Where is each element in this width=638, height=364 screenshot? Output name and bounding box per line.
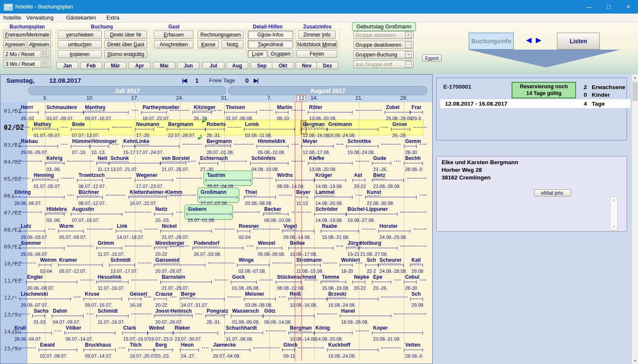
scroll-down-icon[interactable]: ▼ — [632, 357, 638, 364]
booking[interactable]: Büchel-Lippuner19.08.-27.08. — [346, 205, 397, 220]
freiraum-merkmale-button[interactable]: Freiraum/Merkmale — [3, 31, 51, 39]
booking[interactable]: Schmaudere03.07.-09.07. — [45, 103, 84, 118]
booking[interactable]: Becker06.08.-10.08. — [263, 205, 292, 220]
booking[interactable]: Beyer11-13 — [295, 188, 310, 203]
abreisen-button[interactable]: Abreisen — [27, 40, 51, 48]
booking[interactable]: Neit11-13 — [96, 154, 109, 169]
booking[interactable]: Geisert16-18 — [129, 290, 147, 305]
gruppe-aktivieren-button[interactable]: Gruppe aktivieren× — [353, 31, 414, 39]
month-button-okt[interactable]: Okt — [272, 62, 294, 69]
booking[interactable]: Großmann27.07.-02.08. — [197, 188, 240, 203]
listen-tab[interactable]: Listen — [557, 33, 600, 50]
month-button-jun[interactable]: Jun — [177, 62, 199, 69]
booking[interactable]: Himmeldirk05.08.-10.08. — [257, 137, 289, 152]
booking[interactable]: Henning01.07.-05.07. — [32, 171, 61, 186]
booking[interactable]: Roberts28.-31. — [205, 120, 226, 135]
lupe-button[interactable]: Lupe — [248, 50, 267, 58]
booking[interactable]: Minniberger20-22 — [154, 239, 185, 254]
erfassen-button[interactable]: Erfassen — [154, 31, 193, 39]
booking[interactable]: Sommer29.06.-06.07. — [20, 239, 64, 254]
gaeste-infos-button[interactable]: Gäste-Infos — [248, 31, 293, 39]
booking[interactable]: Bergmann22.07.-28.07. — [167, 120, 205, 135]
booking[interactable]: Podendorf26.07.-03.08. — [193, 239, 244, 254]
booking[interactable]: Bietz23.08.-28.08. — [372, 171, 404, 186]
next-free-day-icon[interactable]: ▶| — [254, 77, 258, 84]
booking[interactable]: Herrr29.-02 — [20, 103, 39, 118]
month-button-jul[interactable]: Jul — [202, 62, 224, 69]
month-button-dez[interactable]: Dez — [316, 62, 339, 69]
booking[interactable]: Brzeski16.08.-24.08. — [327, 290, 378, 305]
zimmer-info-button[interactable]: Zimmer Info — [298, 31, 336, 39]
booking[interactable]: Koper23.08.-31.08. — [372, 324, 423, 339]
booking[interactable]: Bergmann28.07.-01.08. — [205, 137, 234, 152]
booking[interactable]: Trowitzsch08.07.-12.07. — [77, 171, 106, 186]
rechnungswesen-button[interactable]: Rechnungswesen — [198, 31, 243, 39]
booking[interactable]: Schmidt13.07.-17.07. — [109, 256, 138, 271]
direkt-ueber-nr-button[interactable]: Direkt über Nr — [104, 31, 147, 39]
booking[interactable]: Vetten28.08.-0 — [404, 341, 423, 356]
booking[interactable]: Wobst19.07.-23.0 — [148, 324, 173, 339]
booking[interactable]: Nickel21.07.-29.07. — [160, 222, 212, 237]
notizblock-monat-button[interactable]: Notizblock Monat — [297, 40, 337, 48]
booking[interactable]: Meyer12.08.-17.08. — [301, 137, 333, 152]
booking[interactable]: Neumann17.-20. — [135, 120, 160, 135]
booking[interactable]: Sch29.08 — [410, 290, 423, 305]
scrollbar-thumb[interactable] — [632, 82, 638, 101]
direkt-ueber-gast-button[interactable]: Direkt über Gast — [104, 40, 147, 48]
booking[interactable]: Kramer05.07.-12.07. — [58, 256, 103, 271]
booking[interactable]: Frar29-3 — [410, 103, 423, 118]
booking[interactable]: Glock09-11 — [282, 341, 297, 356]
booking[interactable]: Theisen31.07.-05.08. — [224, 103, 257, 118]
month-button-aug[interactable]: Aug — [226, 62, 248, 69]
tageslineal-button[interactable]: Tageslineal — [248, 40, 293, 48]
booking[interactable]: Kehrig03.-06. — [45, 154, 64, 169]
booking[interactable]: Wenzel05.08.-09.08. — [257, 239, 285, 254]
month-button-mär[interactable]: Mär — [104, 62, 126, 69]
booking[interactable]: Gansweid20.07.-28.07. — [154, 256, 205, 271]
booking[interactable]: Schmidt11.07.-16.07. — [96, 307, 129, 322]
booking[interactable]: Partheymueller18.07.-22.07. — [141, 103, 179, 118]
booking[interactable]: Linke17.07.-24.07. — [135, 137, 180, 152]
booking[interactable]: Schönfels04.08.-10.08. — [250, 154, 289, 169]
booking[interactable]: Kehn15-17 — [122, 137, 136, 152]
month-button-nov[interactable]: Nov — [296, 62, 318, 69]
2mo-reset-button[interactable]: 2 Mo / ResetF2 — [3, 50, 51, 58]
booking[interactable]: Ast20-22 — [353, 171, 366, 186]
booking[interactable]: Bechh28.08.-0 — [404, 154, 423, 169]
booking[interactable]: Bergman12.08.-16.08 — [301, 120, 329, 135]
booking[interactable]: Kruse09.07.-15.07. — [84, 290, 122, 305]
booking[interactable]: Hollburg21.08.-27.08. — [359, 239, 397, 254]
booking[interactable]: Wirths08.08.-14.08. — [276, 171, 314, 186]
booking[interactable]: Epe23.-26. — [372, 273, 391, 288]
booking[interactable]: Barnstein21.07.-29.07. — [160, 273, 212, 288]
booking[interactable]: Jaenecke29.07.-04.08. — [212, 341, 250, 356]
booking[interactable]: Gock01.08.-05.08. — [231, 273, 260, 288]
booking[interactable]: Klettenheimer-Klemm16.07.-22.07. — [129, 188, 182, 203]
address-scrollbar[interactable]: ∧ ∨ — [610, 196, 618, 230]
booking[interactable]: Nepke20-22 — [353, 273, 369, 288]
booking[interactable]: Lischewski29.06.-07.07. — [20, 290, 71, 305]
booking[interactable]: Götz06.08.-14.08. — [263, 307, 314, 322]
booking[interactable]: Döring28.06.-06.07. — [13, 188, 64, 203]
booking[interactable]: von Borstel21.07.-25.07. — [160, 154, 190, 169]
booking[interactable]: Sch22-2 — [365, 256, 378, 271]
booking[interactable]: Ritter13.08.-20.08. — [308, 103, 353, 118]
scroll-down-icon[interactable]: ∨ — [610, 224, 617, 229]
booking[interactable]: Hesselink11.07.-16.07. — [96, 273, 129, 288]
buchungsinfo-tab[interactable]: Buchungsinfo — [469, 33, 514, 50]
booking[interactable]: Neitz20.-23. — [154, 205, 173, 220]
booking[interactable]: Wohlert18-20 — [340, 256, 360, 271]
booking[interactable]: Meisner03.08.-08.08. — [244, 290, 276, 305]
month-button-apr[interactable]: Apr — [129, 62, 151, 69]
booking[interactable]: Kuckhoff16.08.-24.08. — [327, 341, 378, 356]
booking[interactable]: Kunst22.08.-30.08. — [365, 188, 417, 203]
menu-verwaltung[interactable]: Verwaltung — [26, 14, 53, 21]
aus-gruppe-entfernen-button[interactable]: aus Gruppe entf.− — [353, 60, 414, 68]
prev-free-day-icon[interactable]: |◀ — [182, 77, 186, 84]
booking[interactable]: Gemm28-30 — [404, 137, 421, 152]
booking[interactable]: Manthey09.07.-16.07. — [84, 103, 129, 118]
month-button-jan[interactable]: Jan — [56, 62, 78, 69]
booking[interactable]: Wurm05.07.-09.07. — [58, 222, 87, 237]
month-button-feb[interactable]: Feb — [80, 62, 102, 69]
booking[interactable]: Berge24.07.-31.07. — [180, 290, 225, 305]
